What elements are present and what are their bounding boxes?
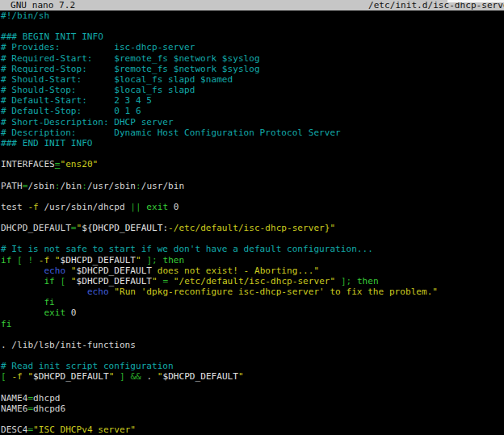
code-segment: " (71, 276, 77, 287)
code-segment: # Description: Dynamic Host Configuratio… (1, 128, 341, 138)
code-segment: ### BEGIN INIT INFO (1, 31, 103, 42)
nano-titlebar: GNU nano 7.2 /etc/init.d/isc-dhcp-server (0, 0, 504, 10)
code-line: # Short-Description: DHCP server (1, 117, 504, 128)
code-segment: does not exist! - Aborting..." (152, 266, 319, 276)
code-line: # Required-Start: $remote_fs $network $s… (1, 53, 504, 64)
code-line: # Should-Start: $local_fs slapd $named (1, 74, 504, 85)
code-line (1, 212, 504, 223)
code-segment: [ (1, 371, 6, 382)
code-segment: : (82, 181, 87, 191)
code-line: if [ "$DHCPD_DEFAULT" = "/etc/default/is… (1, 276, 504, 287)
code-line: echo "Run 'dpkg-reconfigure isc-dhcp-ser… (1, 287, 504, 297)
screen-artifact (447, 0, 504, 2)
code-line (1, 414, 504, 425)
code-segment (1, 297, 44, 307)
code-segment: $DHCPD_DEFAULT (77, 266, 153, 276)
code-segment: #!/bin/sh (1, 10, 49, 21)
code-segment: # Required-Start: $remote_fs $network $s… (1, 53, 260, 64)
code-segment: $DHCPD_DEFAULT (77, 276, 153, 287)
code-segment: /usr/bin (141, 181, 184, 191)
code-segment: $DHCPD_DEFAULT (61, 255, 136, 266)
code-segment: /usr/sbin (87, 181, 136, 191)
code-line (1, 233, 504, 244)
code-line (1, 350, 504, 361)
code-segment: exit (146, 202, 168, 212)
code-segment (351, 276, 357, 287)
code-line: NAME6=dhcpd6 (1, 404, 504, 414)
code-segment: [ (17, 255, 23, 266)
code-segment: -f (39, 255, 49, 266)
code-segment: exit (44, 307, 65, 318)
code-segment: NAME4 (1, 393, 27, 404)
code-segment: "/etc/default/isc-dhcp-server" (174, 276, 335, 287)
code-line: if [ ! -f "$DHCPD_DEFAULT" ]; then (1, 255, 504, 266)
code-segment: # Required-Stop: $remote_fs $network $sy… (1, 64, 260, 74)
code-line: test -f /usr/sbin/dhcpd || exit 0 (1, 202, 504, 212)
code-segment: : (136, 181, 141, 191)
code-segment: # Short-Description: DHCP server (1, 117, 174, 128)
code-line (1, 21, 504, 31)
code-line: NAME4=dhcpd (1, 393, 504, 404)
code-line: # It is not safe to start if we don't ha… (1, 244, 504, 254)
code-segment (1, 276, 44, 287)
code-segment: if (1, 255, 11, 266)
code-segment: echo (44, 266, 65, 276)
code-segment: 0 (65, 307, 76, 318)
code-segment: " (152, 276, 158, 287)
code-segment: DHCPD_DEFAULT (1, 223, 71, 233)
code-line: #!/bin/sh (1, 10, 504, 21)
code-line: exit 0 (1, 307, 504, 318)
code-segment: # It is not safe to start if we don't ha… (1, 244, 373, 254)
code-segment: NAME6 (1, 404, 27, 414)
code-segment: fi (1, 319, 11, 329)
code-segment (1, 287, 87, 297)
code-line: # Should-Stop: $local_fs slapd (1, 85, 504, 95)
code-segment: echo (87, 287, 109, 297)
code-segment: then (357, 276, 379, 287)
code-segment: "ens20" (60, 159, 98, 169)
code-line: INTERFACES="ens20" (1, 159, 504, 169)
code-segment: . /lib/lsb/init-functions (1, 340, 136, 350)
code-line: # Read init script configuration (1, 361, 504, 371)
code-segment: INTERFACES (1, 159, 55, 169)
code-segment (49, 255, 55, 266)
code-segment: # Default-Stop: 0 1 6 (1, 106, 141, 116)
code-line: echo "$DHCPD_DEFAULT does not exist! - A… (1, 266, 504, 276)
code-segment (65, 276, 71, 287)
code-line: # Required-Stop: $remote_fs $network $sy… (1, 64, 504, 74)
code-segment (33, 255, 39, 266)
code-line: ### BEGIN INIT INFO (1, 31, 504, 42)
code-segment: " (55, 255, 61, 266)
code-line: # Default-Start: 2 3 4 5 (1, 95, 504, 106)
code-segment (335, 276, 341, 287)
code-segment: ]; (146, 255, 157, 266)
code-segment: # Read init script configuration (1, 361, 174, 371)
code-segment: " (71, 266, 77, 276)
code-segment: " (238, 371, 244, 382)
code-segment: # Default-Start: 2 3 4 5 (1, 95, 152, 106)
code-line (1, 382, 504, 392)
code-segment: test (1, 202, 27, 212)
code-segment (1, 307, 44, 318)
code-segment: # Should-Start: $local_fs slapd $named (1, 74, 233, 85)
code-segment: : (55, 181, 61, 191)
code-line: # Default-Stop: 0 1 6 (1, 106, 504, 116)
code-segment: dhcpd (33, 393, 60, 404)
code-line: fi (1, 319, 504, 329)
code-segment: "ISC DHCPv4 server" (33, 425, 136, 435)
code-segment: $DHCPD_DEFAULT (33, 371, 109, 382)
editor-area[interactable]: #!/bin/sh### BEGIN INIT INFO# Provides: … (0, 10, 504, 435)
code-line: DHCPD_DEFAULT="${DHCPD_DEFAULT:-/etc/def… (1, 223, 504, 233)
code-line (1, 191, 504, 202)
code-line: PATH=/sbin:/bin:/usr/sbin:/usr/bin (1, 181, 504, 191)
code-segment: -f (27, 202, 38, 212)
nano-terminal-screen: GNU nano 7.2 /etc/init.d/isc-dhcp-server… (0, 0, 504, 435)
code-line: fi (1, 297, 504, 307)
code-segment (114, 371, 120, 382)
code-segment: ${DHCPD_DEFAULT: (82, 223, 168, 233)
code-segment: if (44, 276, 54, 287)
code-segment: . (141, 371, 158, 382)
code-segment: /sbin (27, 181, 54, 191)
code-segment: # Provides: isc-dhcp-server (1, 42, 195, 52)
code-line: [ -f "$DHCPD_DEFAULT" ] && . "$DHCPD_DEF… (1, 371, 504, 382)
